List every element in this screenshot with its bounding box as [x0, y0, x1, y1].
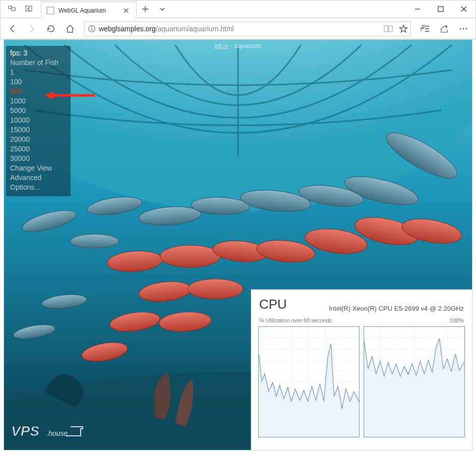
favorite-star-icon[interactable]: [397, 23, 409, 35]
svg-rect-7: [91, 28, 92, 31]
new-tab-button[interactable]: [137, 1, 154, 18]
set-aside-tabs-icon[interactable]: [21, 0, 38, 18]
num-fish-label: Number of Fish: [10, 58, 67, 68]
fish-count-option-1[interactable]: 1: [10, 68, 67, 77]
svg-rect-0: [9, 6, 12, 9]
url-path: /aquarium/aquarium.html: [156, 25, 234, 33]
aquarium-options-overlay: fps: 3 Number of Fish 110050010005000100…: [6, 46, 71, 196]
settings-more-icon[interactable]: [454, 20, 472, 38]
fps-value: 3: [23, 49, 27, 57]
cpu-sub-right: 100%: [450, 317, 464, 323]
cpu-graphs: [251, 324, 472, 444]
fish-count-option-5000[interactable]: 5000: [10, 106, 67, 116]
svg-point-35: [188, 279, 243, 299]
svg-point-23: [71, 234, 119, 248]
page-header-link: tdl.js - aquarium: [215, 42, 262, 49]
address-bar[interactable]: webglsamples.org/aquarium/aquarium.html: [84, 21, 411, 36]
tdljs-link[interactable]: tdl.js: [215, 42, 228, 49]
reading-view-icon[interactable]: [382, 23, 394, 35]
cpu-perf-window[interactable]: CPU Intel(R) Xeon(R) CPU E5-2699 v4 @ 2.…: [251, 289, 472, 450]
site-info-icon[interactable]: [85, 25, 99, 33]
svg-point-12: [466, 28, 467, 29]
fish-count-option-25000[interactable]: 25000: [10, 144, 67, 154]
svg-point-6: [91, 27, 92, 28]
forward-button[interactable]: [23, 20, 41, 38]
vps-house-watermark: VPS .house: [11, 421, 87, 445]
favorites-list-icon[interactable]: [416, 20, 434, 38]
fish-count-option-10000[interactable]: 10000: [10, 116, 67, 125]
svg-point-10: [460, 28, 461, 29]
tab-close-button[interactable]: [121, 6, 131, 16]
fish-count-option-30000[interactable]: 30000: [10, 154, 67, 163]
recent-activity-icon[interactable]: [4, 0, 21, 18]
svg-point-28: [160, 245, 220, 267]
page-viewport: tdl.js - aquarium fps: 3 Number of Fish …: [4, 39, 472, 450]
browser-tab[interactable]: WebGL Aquarium: [41, 2, 137, 19]
cpu-graph-core-1: [258, 326, 360, 437]
cpu-model: Intel(R) Xeon(R) CPU E5-2699 v4 @ 2.20GH…: [329, 305, 464, 312]
svg-rect-3: [47, 7, 54, 14]
svg-rect-8: [384, 26, 388, 32]
refresh-button[interactable]: [42, 20, 60, 38]
fish-count-option-15000[interactable]: 15000: [10, 125, 67, 135]
titlebar-left-icons: [1, 1, 41, 18]
window-close-button[interactable]: [452, 1, 475, 18]
fps-counter: fps: 3: [10, 49, 67, 57]
tab-title: WebGL Aquarium: [58, 7, 117, 14]
svg-marker-40: [44, 91, 53, 99]
tabs-menu-caret-icon[interactable]: [154, 1, 171, 18]
tab-favicon-icon: [46, 7, 54, 15]
annotation-arrow-icon: [44, 90, 95, 102]
svg-text:.house: .house: [46, 429, 68, 437]
svg-point-11: [463, 28, 464, 29]
fish-count-option-20000[interactable]: 20000: [10, 135, 67, 144]
svg-text:VPS: VPS: [11, 423, 39, 439]
window-controls: [406, 1, 475, 18]
fish-count-option-100[interactable]: 100: [10, 77, 67, 87]
options-link[interactable]: Options...: [10, 183, 67, 192]
browser-toolbar: webglsamples.org/aquarium/aquarium.html: [0, 18, 476, 39]
window-minimize-button[interactable]: [406, 1, 429, 18]
cpu-graph-core-2: [364, 326, 465, 437]
change-view-option[interactable]: Change View: [10, 163, 67, 173]
advanced-option[interactable]: Advanced: [10, 173, 67, 183]
window-titlebar: WebGL Aquarium: [0, 0, 476, 18]
url-host: webglsamples.org: [99, 25, 156, 33]
home-button[interactable]: [61, 20, 79, 38]
svg-rect-9: [389, 26, 392, 32]
svg-rect-4: [438, 7, 443, 12]
window-maximize-button[interactable]: [429, 1, 452, 18]
svg-rect-1: [12, 8, 15, 11]
cpu-title: CPU: [259, 297, 287, 312]
cpu-sub-left: % Utilization over 60 seconds: [259, 317, 332, 323]
back-button[interactable]: [4, 20, 22, 38]
url-text: webglsamples.org/aquarium/aquarium.html: [99, 25, 234, 33]
share-icon[interactable]: [435, 20, 453, 38]
